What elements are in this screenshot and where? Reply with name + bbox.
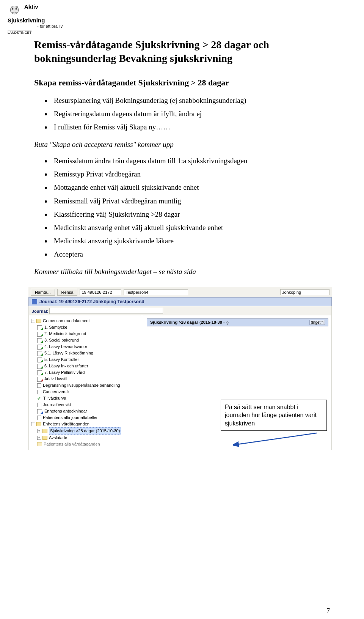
- collapse-icon[interactable]: −: [31, 319, 35, 323]
- folder-icon: [36, 422, 41, 426]
- journal-label: Journal:: [32, 309, 48, 313]
- sheet-icon: [37, 370, 43, 375]
- tree-label: 4. Läsvy Levnadsvanor: [44, 343, 87, 350]
- tree-item[interactable]: 5.1. Läsvy Riskbedömning: [30, 350, 140, 356]
- content-pane: Sjukskrivning >28 dagar (2015-10-30 - -)…: [142, 315, 332, 450]
- pane-header-title: Sjukskrivning >28 dagar (2015-10-30 - -): [150, 320, 229, 325]
- journal-sub-toolbar: Journal:: [28, 306, 332, 315]
- location-input[interactable]: Jönköping: [280, 289, 329, 295]
- doc-icon: [37, 383, 41, 388]
- tree-label: 3. Social bakgrund: [44, 337, 79, 343]
- tree-item[interactable]: 1. Samtycke: [30, 324, 140, 331]
- expand-icon[interactable]: +: [37, 436, 41, 440]
- tree-item[interactable]: Journalöversikt: [30, 402, 140, 408]
- tree-item[interactable]: Tillväxtkurva: [30, 395, 140, 402]
- tree-item[interactable]: 3. Social bakgrund: [30, 337, 140, 343]
- clear-button[interactable]: Rensa: [57, 289, 78, 296]
- tree-label: Patientens alla journaltabeller: [43, 414, 97, 421]
- tree-label: Avslutade: [49, 435, 67, 441]
- brand-logo: Aktiv Sjukskrivning - för ett bra liv LA…: [8, 4, 76, 35]
- pane-filter-dropdown[interactable]: (Inget fi: [309, 320, 325, 325]
- list-item: Klassificering välj Sjukskrivning >28 da…: [52, 208, 330, 221]
- tree-item[interactable]: Patientens alla journaltabeller: [30, 414, 140, 421]
- italic-note-1: Ruta "Skapa och acceptera remiss" kommer…: [34, 140, 330, 149]
- journal-title: Journal: 19 490126-2172 Jönköping Testpe…: [39, 299, 144, 304]
- tree-item[interactable]: 6. Läsvy In- och utfarter: [30, 363, 140, 369]
- fetch-button[interactable]: Hämta...: [31, 289, 55, 296]
- tree-label: Canceröversikt: [43, 389, 71, 395]
- list-item: I rullisten för Remiss välj Skapa ny……: [52, 120, 330, 134]
- tree-item[interactable]: Patientens alla vårdåtaganden: [30, 441, 140, 447]
- tree-label: Enhetens anteckningar: [44, 408, 87, 414]
- page-subheading: Skapa remiss-vårdåtagandet Sjukskrivning…: [34, 78, 330, 88]
- list-item: Remissdatum ändra från dagens datum till…: [52, 154, 330, 167]
- sheet-icon: [37, 325, 43, 330]
- sheet-icon: [37, 351, 43, 356]
- tree-item[interactable]: 4. Läsvy Levnadsvanor: [30, 343, 140, 350]
- list-item: Resursplanering välj Bokningsunderlag (e…: [52, 94, 330, 107]
- tree-root-label: Gemensamma dokument: [43, 318, 90, 324]
- list-item: Medicinskt ansvarig sjukskrivande läkare: [52, 234, 330, 247]
- mascot-icon: [8, 4, 21, 17]
- tree-label: 7. Läsvy Palliativ vård: [44, 369, 85, 376]
- brand-bottom: LANDSTINGET: [8, 30, 31, 35]
- svg-point-2: [16, 8, 17, 10]
- sheet-icon: [37, 364, 43, 369]
- patient-name-input[interactable]: Testperson4: [124, 289, 188, 295]
- expand-icon[interactable]: +: [37, 429, 41, 433]
- tree-item[interactable]: − Enhetens vårdåtaganden: [30, 421, 140, 427]
- sheet-icon: [37, 357, 43, 362]
- tree-label: 2. Medicinsk bakgrund: [44, 331, 86, 337]
- svg-line-3: [237, 433, 317, 444]
- check-icon: [37, 396, 42, 401]
- journal-icon: [32, 299, 37, 304]
- tree-item[interactable]: 7. Läsvy Palliativ vård: [30, 369, 140, 376]
- list-item: Acceptera: [52, 247, 330, 261]
- sheet-icon: [37, 376, 43, 381]
- italic-note-2: Kommer tillbaka till bokningsunderlaget …: [34, 268, 330, 276]
- tree-item[interactable]: + Sjukskrivning >28 dagar (2015-10-30): [30, 427, 140, 435]
- tree-item[interactable]: 2. Medicinsk bakgrund: [30, 331, 140, 337]
- tree-item[interactable]: Canceröversikt: [30, 389, 140, 395]
- tree-item[interactable]: Enhetens anteckningar: [30, 408, 140, 414]
- tree-label: Begränsning livsuppehållande behandling: [43, 382, 120, 389]
- tree-label: 5. Läsvy Kontroller: [44, 356, 79, 363]
- bullet-list-2: Remissdatum ändra från dagens datum till…: [34, 154, 330, 261]
- page-heading: Remiss-vårdåtagande Sjukskrivning > 28 d…: [34, 38, 330, 66]
- doc-icon: [37, 416, 41, 420]
- sheet-icon: [37, 344, 43, 349]
- collapse-icon[interactable]: −: [31, 422, 35, 426]
- journal-search-input[interactable]: [49, 308, 163, 314]
- tree-label: 5.1. Läsvy Riskbedömning: [44, 350, 93, 356]
- annotation-callout: På så sätt ser man snabbt i journalen hu…: [221, 400, 327, 431]
- folder-icon: [37, 442, 42, 446]
- tree-label: Enhetens vårdåtaganden: [43, 421, 89, 427]
- sheet-icon: [37, 338, 43, 343]
- document-tree: − Gemensamma dokument 1. Samtycke 2. Med…: [28, 315, 142, 450]
- doc-icon: [37, 390, 41, 394]
- tree-item[interactable]: 5. Läsvy Kontroller: [30, 356, 140, 363]
- tree-item[interactable]: Arkiv Livsstil: [30, 376, 140, 382]
- tree-label: Arkiv Livsstil: [44, 376, 67, 382]
- brand-sub: - för ett bra liv: [37, 24, 63, 28]
- list-item: Mottagande enhet välj aktuell sjukskriva…: [52, 181, 330, 194]
- toolbar: Hämta... Rensa 19 490126-2172 Testperson…: [28, 287, 332, 297]
- tree-item[interactable]: Begränsning livsuppehållande behandling: [30, 382, 140, 389]
- journal-titlebar: Journal: 19 490126-2172 Jönköping Testpe…: [28, 297, 332, 306]
- tree-label: 1. Samtycke: [44, 324, 67, 331]
- list-item: Medicinskt ansvarig enhet välj aktuell s…: [52, 221, 330, 234]
- folder-icon: [36, 319, 41, 323]
- tree-label: Journalöversikt: [43, 402, 71, 408]
- app-screenshot: Hämta... Rensa 19 490126-2172 Testperson…: [28, 287, 332, 450]
- sheet-icon: [37, 409, 43, 414]
- list-item: Registreringsdatum dagens datum är ifyll…: [52, 107, 330, 120]
- svg-point-1: [12, 8, 14, 10]
- tree-root[interactable]: − Gemensamma dokument: [30, 318, 140, 324]
- pane-header: Sjukskrivning >28 dagar (2015-10-30 - -)…: [147, 318, 328, 326]
- folder-icon: [42, 429, 47, 433]
- bullet-list-1: Resursplanering välj Bokningsunderlag (e…: [34, 94, 330, 134]
- tree-label-selected: Sjukskrivning >28 dagar (2015-10-30): [49, 427, 121, 435]
- patient-id-input[interactable]: 19 490126-2172: [80, 289, 121, 295]
- doc-icon: [37, 403, 41, 407]
- tree-item[interactable]: + Avslutade: [30, 435, 140, 441]
